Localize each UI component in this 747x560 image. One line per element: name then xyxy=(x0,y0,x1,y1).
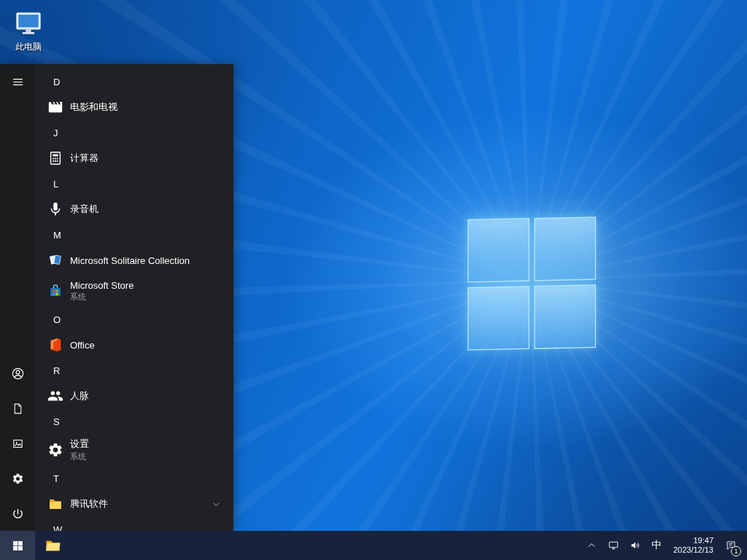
document-icon xyxy=(12,402,24,415)
app-item-tencent-folder[interactable]: 腾讯软件 xyxy=(35,490,233,518)
solitaire-icon xyxy=(47,252,64,269)
system-tray: 中 19:47 2023/12/13 1 xyxy=(581,531,747,560)
calculator-icon xyxy=(47,149,64,167)
tray-show-hidden-icons-button[interactable] xyxy=(581,531,603,560)
app-item-label: Office xyxy=(70,340,95,351)
start-rail-documents[interactable] xyxy=(0,391,35,426)
picture-icon xyxy=(12,438,24,450)
app-item-people[interactable]: 人脉 xyxy=(35,382,233,410)
windows-flag-icon xyxy=(12,540,24,552)
start-rail-user[interactable] xyxy=(0,356,35,391)
network-icon xyxy=(608,540,619,551)
desktop-icon-label: 此电脑 xyxy=(15,41,42,53)
start-button[interactable] xyxy=(0,531,35,560)
action-center-button[interactable]: 1 xyxy=(720,531,744,560)
app-item-calculator[interactable]: 计算器 xyxy=(35,144,233,172)
app-item-label: 人脉 xyxy=(70,389,89,402)
app-item-movies-tv[interactable]: 电影和电视 xyxy=(35,93,233,121)
app-item-label: 录音机 xyxy=(70,203,98,216)
file-explorer-icon xyxy=(44,537,61,554)
tray-volume-button[interactable] xyxy=(624,531,646,560)
app-item-label: Microsoft Solitaire Collection xyxy=(70,255,190,266)
start-rail-settings[interactable] xyxy=(0,461,35,496)
user-icon xyxy=(11,367,25,381)
movies-tv-icon xyxy=(47,98,64,116)
app-item-label: 腾讯软件 xyxy=(70,497,108,510)
taskbar-file-explorer-button[interactable] xyxy=(35,531,70,560)
start-section-T[interactable]: T xyxy=(35,467,233,490)
speaker-icon xyxy=(630,540,641,551)
clock-time: 19:47 xyxy=(693,536,713,545)
people-icon xyxy=(47,387,64,405)
start-rail-menu[interactable] xyxy=(0,64,35,99)
start-section-L[interactable]: L xyxy=(35,172,233,195)
app-item-solitaire[interactable]: Microsoft Solitaire Collection xyxy=(35,246,233,274)
this-pc-icon xyxy=(12,7,44,39)
taskbar: 中 19:47 2023/12/13 1 xyxy=(0,531,747,560)
clock-date: 2023/12/13 xyxy=(673,545,713,555)
start-section-O[interactable]: O xyxy=(35,308,233,331)
start-rail-top xyxy=(0,64,35,99)
app-item-label: Microsoft Store xyxy=(70,280,133,291)
start-section-M[interactable]: M xyxy=(35,223,233,246)
hamburger-icon xyxy=(12,76,24,88)
desktop-icon-this-pc[interactable]: 此电脑 xyxy=(6,7,51,53)
start-section-J[interactable]: J xyxy=(35,121,233,144)
app-item-sublabel: 系统 xyxy=(70,292,133,303)
app-item-settings[interactable]: 设置系统 xyxy=(35,433,233,467)
notification-badge: 1 xyxy=(731,546,741,556)
start-section-R[interactable]: R xyxy=(35,359,233,382)
voice-recorder-icon xyxy=(47,201,64,218)
windows-logo xyxy=(461,210,603,354)
start-rail-spacer xyxy=(0,99,35,356)
chevron-up-icon xyxy=(586,540,597,551)
app-item-voice-recorder[interactable]: 录音机 xyxy=(35,195,233,223)
gear-icon xyxy=(12,472,24,485)
taskbar-spacer xyxy=(70,531,581,560)
app-item-label: 电影和电视 xyxy=(70,101,117,114)
start-rail-power[interactable] xyxy=(0,496,35,531)
folder-icon xyxy=(47,495,64,513)
chevron-down-icon[interactable] xyxy=(211,499,222,510)
start-section-W[interactable]: W xyxy=(35,518,233,531)
tray-ime-indicator[interactable]: 中 xyxy=(646,531,667,560)
tray-network-button[interactable] xyxy=(603,531,624,560)
office-icon xyxy=(47,336,64,354)
start-rail xyxy=(0,64,35,531)
store-icon xyxy=(47,282,64,300)
start-section-S[interactable]: S xyxy=(35,410,233,433)
app-item-label: 设置 xyxy=(70,438,89,451)
taskbar-clock[interactable]: 19:47 2023/12/13 xyxy=(667,531,720,560)
gear-icon xyxy=(47,441,64,459)
app-item-store[interactable]: Microsoft Store系统 xyxy=(35,274,233,308)
screen: 此电脑 D电影和电视J计算器L录音机MMicrosoft Solitaire C… xyxy=(0,0,747,560)
start-app-list: D电影和电视J计算器L录音机MMicrosoft Solitaire Colle… xyxy=(35,64,233,531)
app-item-label: 计算器 xyxy=(70,152,98,165)
start-section-D[interactable]: D xyxy=(35,70,233,93)
start-menu: D电影和电视J计算器L录音机MMicrosoft Solitaire Colle… xyxy=(0,64,233,531)
power-icon xyxy=(12,508,24,520)
app-item-office[interactable]: Office xyxy=(35,331,233,359)
app-item-sublabel: 系统 xyxy=(70,451,89,462)
start-rail-bottom xyxy=(0,356,35,531)
start-rail-pictures[interactable] xyxy=(0,426,35,461)
